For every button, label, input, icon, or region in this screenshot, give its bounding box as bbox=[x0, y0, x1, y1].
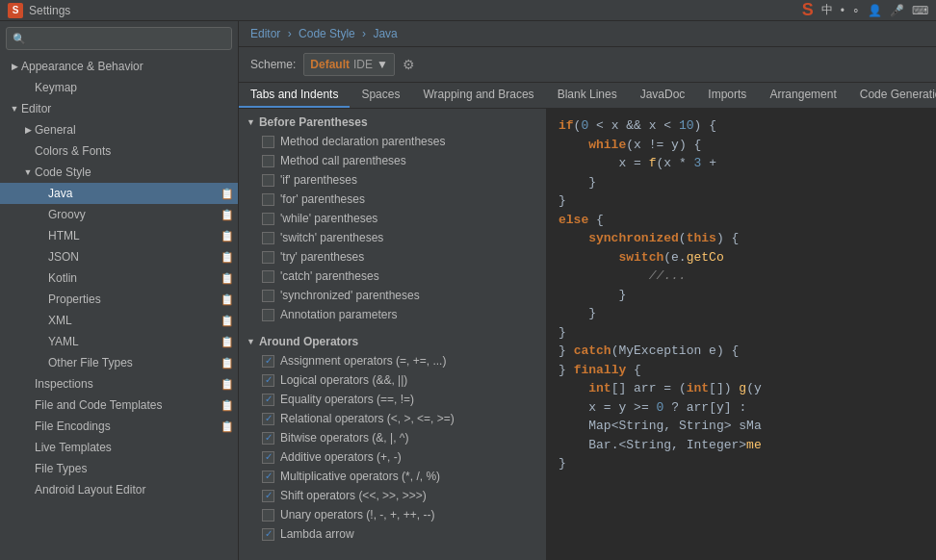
cb-try-paren[interactable]: 'try' parentheses bbox=[239, 247, 546, 267]
cb-if-paren[interactable]: 'if' parentheses bbox=[239, 170, 546, 190]
cb-switch-paren[interactable]: 'switch' parentheses bbox=[239, 228, 546, 247]
checkbox-catch-paren[interactable] bbox=[262, 270, 274, 283]
sidebar-item-inspections[interactable]: Inspections 📋 bbox=[0, 373, 238, 395]
tab-arrangement[interactable]: Arrangement bbox=[758, 83, 847, 108]
sidebar-item-java[interactable]: Java 📋 bbox=[0, 183, 238, 204]
cb-relational-ops[interactable]: Relational operators (<, >, <=, >=) bbox=[239, 409, 546, 428]
sidebar-item-groovy[interactable]: Groovy 📋 bbox=[0, 204, 238, 225]
checkbox-additive-ops[interactable] bbox=[262, 451, 274, 464]
cb-annotation-params[interactable]: Annotation parameters bbox=[239, 305, 546, 324]
sidebar-item-file-types[interactable]: File Types bbox=[0, 458, 238, 479]
sidebar-item-code-style[interactable]: ▼ Code Style bbox=[0, 162, 238, 183]
tab-javadoc[interactable]: JavaDoc bbox=[629, 83, 697, 108]
checkbox-multiplicative-ops[interactable] bbox=[262, 471, 274, 483]
sidebar-item-appearance[interactable]: ▶ Appearance & Behavior bbox=[0, 56, 238, 77]
checkbox-shift-ops[interactable] bbox=[262, 490, 274, 502]
cb-additive-ops[interactable]: Additive operators (+, -) bbox=[239, 447, 546, 467]
cb-label-shift-ops: Shift operators (<<, >>, >>>) bbox=[280, 489, 427, 502]
code-line: } bbox=[559, 454, 924, 473]
title-bar-left: S Settings bbox=[8, 3, 70, 18]
checkbox-unary-ops[interactable] bbox=[262, 509, 274, 522]
checkbox-method-decl[interactable] bbox=[262, 136, 274, 148]
cb-label-equality-ops: Equality operators (==, !=) bbox=[280, 393, 414, 406]
sidebar-item-kotlin[interactable]: Kotlin 📋 bbox=[0, 267, 238, 289]
sidebar-item-colors-fonts[interactable]: Colors & Fonts bbox=[0, 140, 238, 162]
cb-assignment-ops[interactable]: Assignment operators (=, +=, ...) bbox=[239, 351, 546, 370]
sidebar-item-label: File Types bbox=[35, 462, 87, 475]
sidebar-item-label: File Encodings bbox=[35, 420, 111, 433]
copy-icon: 📋 bbox=[221, 272, 234, 285]
checkbox-bitwise-ops[interactable] bbox=[262, 432, 274, 445]
tab-blank-lines[interactable]: Blank Lines bbox=[546, 83, 629, 108]
checkbox-equality-ops[interactable] bbox=[262, 394, 274, 406]
sidebar-item-properties[interactable]: Properties 📋 bbox=[0, 289, 238, 310]
sidebar-item-live-templates[interactable]: Live Templates bbox=[0, 437, 238, 458]
gear-icon[interactable]: ⚙ bbox=[403, 57, 415, 72]
search-box[interactable]: 🔍 bbox=[6, 27, 232, 50]
checkbox-if-paren[interactable] bbox=[262, 174, 274, 187]
checkbox-switch-paren[interactable] bbox=[262, 232, 274, 244]
code-line: x = y >= 0 ? arr[y] : bbox=[559, 398, 924, 418]
cb-sync-paren[interactable]: 'synchronized' parentheses bbox=[239, 286, 546, 305]
code-line: } bbox=[559, 191, 924, 211]
sidebar: 🔍 ▶ Appearance & Behavior Keymap ▼ Edito… bbox=[0, 21, 239, 560]
checkbox-lambda-arrow[interactable] bbox=[262, 528, 274, 541]
tab-code-generation[interactable]: Code Generation bbox=[848, 83, 936, 108]
checkbox-try-paren[interactable] bbox=[262, 251, 274, 264]
content-split: ▼ Before Parentheses Method declaration … bbox=[239, 109, 936, 560]
checkbox-assignment-ops[interactable] bbox=[262, 355, 274, 368]
checkbox-relational-ops[interactable] bbox=[262, 413, 274, 425]
code-line: x = f(x * 3 + bbox=[559, 154, 924, 173]
cb-for-paren[interactable]: 'for' parentheses bbox=[239, 190, 546, 209]
cb-while-paren[interactable]: 'while' parentheses bbox=[239, 209, 546, 228]
breadcrumb: Editor › Code Style › Java bbox=[239, 21, 936, 47]
tabs-bar: Tabs and Indents Spaces Wrapping and Bra… bbox=[239, 83, 936, 109]
cb-method-decl[interactable]: Method declaration parentheses bbox=[239, 132, 546, 151]
copy-icon: 📋 bbox=[221, 209, 234, 221]
sidebar-item-android-layout[interactable]: Android Layout Editor bbox=[0, 479, 238, 500]
cb-catch-paren[interactable]: 'catch' parentheses bbox=[239, 267, 546, 286]
cb-shift-ops[interactable]: Shift operators (<<, >>, >>>) bbox=[239, 486, 546, 505]
sidebar-item-xml[interactable]: XML 📋 bbox=[0, 310, 238, 331]
sidebar-item-json[interactable]: JSON 📋 bbox=[0, 246, 238, 267]
checkbox-logical-ops[interactable] bbox=[262, 374, 274, 387]
cb-label-logical-ops: Logical operators (&&, ||) bbox=[280, 373, 407, 387]
copy-icon: 📋 bbox=[221, 399, 234, 412]
cb-method-call[interactable]: Method call parentheses bbox=[239, 151, 546, 170]
cb-unary-ops[interactable]: Unary operators (!, -, +, ++, --) bbox=[239, 505, 546, 524]
sidebar-item-general[interactable]: ▶ General bbox=[0, 119, 238, 140]
sidebar-item-other-file-types[interactable]: Other File Types 📋 bbox=[0, 352, 238, 373]
sidebar-item-yaml[interactable]: YAML 📋 bbox=[0, 331, 238, 352]
checkbox-sync-paren[interactable] bbox=[262, 290, 274, 302]
checkbox-for-paren[interactable] bbox=[262, 193, 274, 206]
cb-lambda-arrow[interactable]: Lambda arrow bbox=[239, 524, 546, 544]
content-area: Editor › Code Style › Java Scheme: Defau… bbox=[239, 21, 936, 560]
sidebar-item-editor[interactable]: ▼ Editor bbox=[0, 98, 238, 119]
sidebar-item-html[interactable]: HTML 📋 bbox=[0, 225, 238, 246]
cb-bitwise-ops[interactable]: Bitwise operators (&, |, ^) bbox=[239, 428, 546, 447]
code-line: } bbox=[559, 286, 924, 305]
cb-logical-ops[interactable]: Logical operators (&&, ||) bbox=[239, 370, 546, 390]
sidebar-item-file-code-templates[interactable]: File and Code Templates 📋 bbox=[0, 395, 238, 416]
lang-icon: ∘ bbox=[852, 4, 860, 17]
sidebar-item-file-encodings[interactable]: File Encodings 📋 bbox=[0, 416, 238, 437]
before-parentheses-toggle[interactable]: ▼ Before Parentheses bbox=[239, 113, 546, 132]
title-bar-right: S 中 • ∘ 👤 🎤 ⌨ bbox=[802, 0, 928, 20]
tab-spaces[interactable]: Spaces bbox=[350, 83, 411, 108]
before-parentheses-section: ▼ Before Parentheses Method declaration … bbox=[239, 109, 546, 328]
cb-label-catch-paren: 'catch' parentheses bbox=[280, 269, 379, 283]
around-operators-toggle[interactable]: ▼ Around Operators bbox=[239, 332, 546, 351]
tab-imports[interactable]: Imports bbox=[696, 83, 758, 108]
code-line: else { bbox=[559, 211, 924, 230]
checkbox-while-paren[interactable] bbox=[262, 213, 274, 225]
search-input[interactable] bbox=[30, 32, 225, 45]
checkbox-method-call[interactable] bbox=[262, 155, 274, 167]
scheme-dropdown[interactable]: Default IDE ▼ bbox=[303, 53, 395, 76]
breadcrumb-java: Java bbox=[373, 27, 397, 40]
cb-multiplicative-ops[interactable]: Multiplicative operators (*, /, %) bbox=[239, 467, 546, 486]
cb-equality-ops[interactable]: Equality operators (==, !=) bbox=[239, 390, 546, 409]
tab-tabs-indents[interactable]: Tabs and Indents bbox=[239, 83, 350, 108]
tab-wrapping[interactable]: Wrapping and Braces bbox=[411, 83, 545, 108]
sidebar-item-keymap[interactable]: Keymap bbox=[0, 77, 238, 98]
checkbox-annotation-params[interactable] bbox=[262, 309, 274, 321]
